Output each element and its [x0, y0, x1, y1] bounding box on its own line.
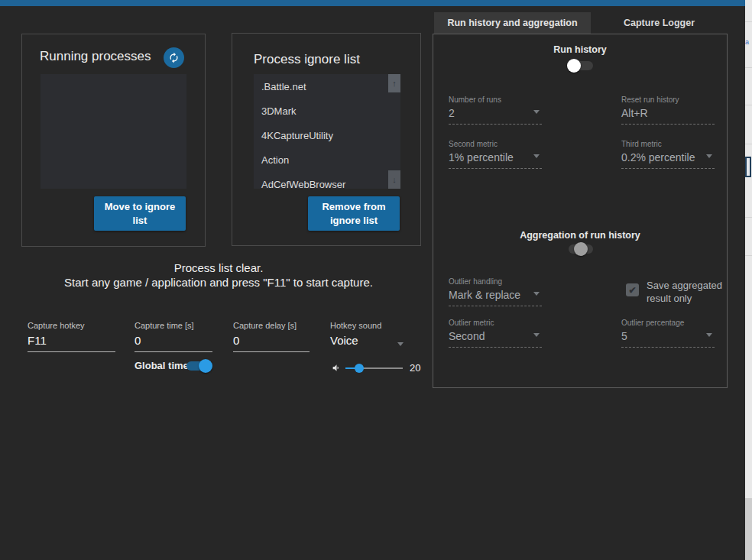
- save-aggregated-checkbox[interactable]: ✔: [626, 283, 639, 296]
- outlier-metric-label: Outlier metric: [449, 319, 542, 327]
- chevron-down-icon: [533, 110, 540, 114]
- edge-row-line: [745, 105, 752, 105]
- capture-hotkey-input[interactable]: F11: [28, 334, 115, 352]
- hotkey-sound-select[interactable]: Hotkey sound Voice: [330, 321, 407, 351]
- list-item[interactable]: Action: [254, 147, 400, 172]
- capture-time-input[interactable]: 0: [135, 334, 212, 352]
- outlier-handling-value: Mark & replace: [449, 289, 542, 301]
- capture-delay-input[interactable]: 0: [233, 334, 310, 352]
- window-accent-bar: [0, 0, 745, 6]
- running-processes-panel: Running processes Move to ignore list: [21, 34, 206, 247]
- scroll-up-icon[interactable]: ↑: [388, 74, 400, 92]
- hotkey-sound-label: Hotkey sound: [330, 321, 407, 330]
- edge-bottom-block: [745, 498, 752, 560]
- list-item[interactable]: .Battle.net: [254, 74, 400, 99]
- running-processes-list[interactable]: [41, 74, 186, 189]
- tab-capture-logger[interactable]: Capture Logger: [591, 12, 728, 34]
- status-message: Process list clear. Start any game / app…: [23, 261, 414, 290]
- toggle-knob: [567, 59, 581, 73]
- third-metric-label: Third metric: [621, 140, 715, 148]
- run-history-title: Run history: [433, 44, 727, 55]
- background-window-strip: a: [745, 0, 752, 560]
- third-metric-select[interactable]: Third metric 0.2% percentile: [621, 140, 715, 169]
- chevron-down-icon: [397, 342, 404, 346]
- ignore-list-panel: Process ignore list .Battle.net 3DMark 4…: [232, 33, 421, 246]
- edge-row-line: [745, 255, 752, 256]
- list-item[interactable]: 3DMark: [254, 99, 400, 123]
- move-to-ignore-button[interactable]: Move to ignore list: [94, 196, 186, 231]
- capture-hotkey-label: Capture hotkey: [28, 321, 115, 330]
- chevron-down-icon: [533, 154, 540, 158]
- number-of-runs-value: 2: [449, 107, 542, 119]
- save-aggregated-label: Save aggregated result only: [647, 279, 732, 305]
- edge-row-line: [745, 67, 752, 68]
- status-line-1: Process list clear.: [23, 261, 414, 275]
- hotkey-sound-value: Voice: [330, 334, 407, 351]
- capture-delay-field: Capture delay [s] 0: [233, 321, 310, 352]
- reset-run-history-value: Alt+R: [621, 107, 715, 119]
- list-item[interactable]: AdCefWebBrowser: [254, 172, 400, 196]
- ignore-list: .Battle.net 3DMark 4KCaptureUtility Acti…: [254, 74, 400, 189]
- remove-from-ignore-button[interactable]: Remove from ignore list: [308, 196, 400, 231]
- capture-page: a Running processes Move to ignore list …: [0, 0, 752, 560]
- number-of-runs-select[interactable]: Number of runs 2: [449, 95, 542, 125]
- volume-value: 20: [410, 362, 420, 374]
- second-metric-label: Second metric: [449, 140, 542, 148]
- reset-run-history-field[interactable]: Reset run history Alt+R: [621, 95, 715, 125]
- refresh-icon-glyph: [168, 52, 180, 63]
- capture-hotkey-field: Capture hotkey F11: [28, 321, 115, 352]
- hotkey-sound-volume: 20: [329, 361, 420, 375]
- chevron-down-icon: [706, 154, 712, 158]
- checkmark-icon: ✔: [628, 285, 636, 296]
- outlier-handling-select[interactable]: Outlier handling Mark & replace: [449, 277, 542, 306]
- run-history-toggle[interactable]: [567, 59, 595, 73]
- chevron-down-icon: [533, 333, 540, 337]
- edge-selection-cell: [745, 157, 751, 177]
- status-line-2: Start any game / application and press "…: [23, 275, 414, 290]
- list-item[interactable]: 4KCaptureUtility: [254, 123, 400, 147]
- aggregation-title: Aggregation of run history: [433, 230, 727, 241]
- tab-run-history-and-aggregation[interactable]: Run history and aggregation: [434, 12, 591, 34]
- global-time-toggle[interactable]: [185, 359, 212, 373]
- volume-slider-thumb[interactable]: [355, 364, 364, 373]
- speaker-icon: [332, 363, 342, 373]
- running-processes-title: Running processes: [40, 49, 151, 64]
- ignore-list-title: Process ignore list: [254, 52, 360, 67]
- aggregation-toggle[interactable]: [567, 242, 595, 256]
- edge-text-fragment: a: [745, 38, 749, 46]
- toggle-knob: [199, 359, 212, 373]
- capture-delay-label: Capture delay [s]: [233, 321, 310, 330]
- chevron-down-icon: [533, 292, 540, 296]
- refresh-icon[interactable]: [164, 47, 184, 68]
- third-metric-value: 0.2% percentile: [621, 151, 715, 163]
- scroll-down-icon[interactable]: ↓: [388, 170, 400, 189]
- outlier-metric-select[interactable]: Outlier metric Second: [449, 319, 542, 348]
- global-time-label: Global time: [135, 360, 189, 371]
- outlier-metric-value: Second: [449, 330, 542, 342]
- second-metric-select[interactable]: Second metric 1% percentile: [449, 140, 542, 169]
- toggle-knob: [574, 242, 588, 256]
- edge-row-line: [745, 217, 752, 218]
- number-of-runs-label: Number of runs: [449, 95, 542, 104]
- reset-run-history-label: Reset run history: [621, 95, 715, 104]
- outlier-percentage-select[interactable]: Outlier percentage 5: [621, 319, 715, 348]
- edge-row-line: [745, 21, 752, 22]
- outlier-percentage-value: 5: [621, 330, 715, 342]
- run-history-panel: Run history Number of runs 2 Reset run h…: [433, 34, 728, 388]
- capture-time-field: Capture time [s] 0: [135, 321, 212, 352]
- outlier-handling-label: Outlier handling: [449, 277, 542, 286]
- second-metric-value: 1% percentile: [449, 151, 542, 163]
- outlier-percentage-label: Outlier percentage: [621, 319, 715, 327]
- edge-row-line: [745, 144, 752, 144]
- capture-time-label: Capture time [s]: [135, 321, 212, 330]
- chevron-down-icon: [706, 333, 712, 337]
